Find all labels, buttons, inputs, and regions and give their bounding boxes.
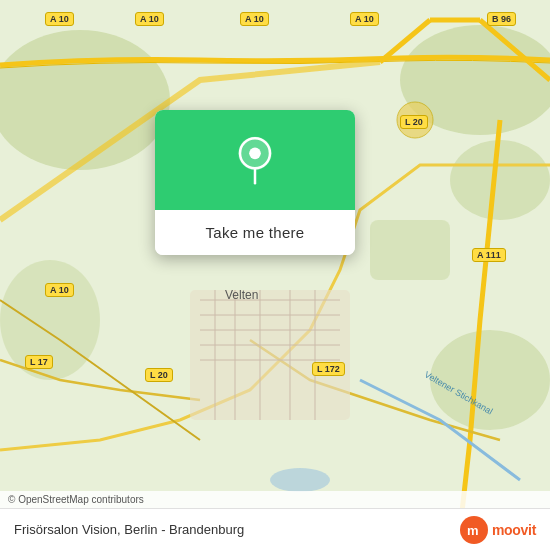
take-me-there-button[interactable]: Take me there [155, 210, 355, 255]
footer-bar: Frisörsalon Vision, Berlin - Brandenburg… [0, 508, 550, 550]
road-badge-a111: A 111 [472, 248, 506, 262]
road-badge-a10-5: A 10 [45, 283, 74, 297]
popup-card: Take me there [155, 110, 355, 255]
svg-rect-5 [370, 220, 450, 280]
svg-point-0 [0, 30, 170, 170]
road-badge-b96: B 96 [487, 12, 516, 26]
road-badge-a10-3: A 10 [240, 12, 269, 26]
attribution-bar: © OpenStreetMap contributors [0, 491, 550, 508]
road-badge-l172: L 172 [312, 362, 345, 376]
moovit-text: moovit [492, 522, 536, 538]
map-svg [0, 0, 550, 550]
svg-rect-6 [190, 290, 350, 420]
city-label-velten: Velten [225, 288, 258, 302]
moovit-logo: m moovit [460, 516, 536, 544]
road-badge-a10-4: A 10 [350, 12, 379, 26]
map-container: A 10 A 10 A 10 A 10 B 96 L 20 L 20 L 20 … [0, 0, 550, 550]
location-pin-icon [230, 135, 280, 185]
popup-icon-area [155, 110, 355, 210]
svg-point-18 [270, 468, 330, 492]
svg-text:m: m [467, 523, 479, 538]
footer-title: Frisörsalon Vision, Berlin - Brandenburg [14, 522, 244, 537]
svg-point-21 [249, 148, 261, 160]
svg-point-2 [450, 140, 550, 220]
road-badge-a10-2: A 10 [135, 12, 164, 26]
road-badge-a10-1: A 10 [45, 12, 74, 26]
road-badge-l17: L 17 [25, 355, 53, 369]
road-badge-l20-1: L 20 [400, 115, 428, 129]
moovit-circle-icon: m [460, 516, 488, 544]
road-badge-l20-3: L 20 [145, 368, 173, 382]
attribution-text: © OpenStreetMap contributors [8, 494, 144, 505]
